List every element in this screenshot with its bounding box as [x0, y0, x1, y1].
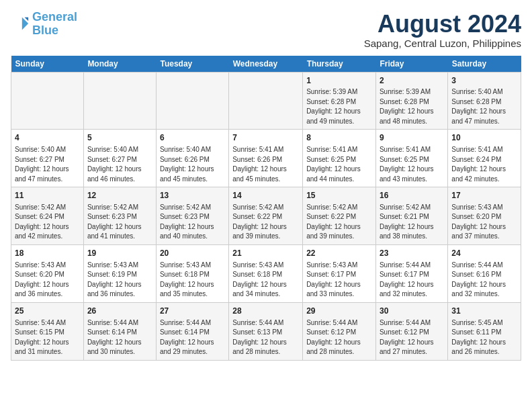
day-number: 31: [451, 306, 517, 317]
week-row-4: 18Sunrise: 5:43 AM Sunset: 6:20 PM Dayli…: [11, 244, 521, 302]
cell-content: Sunrise: 5:40 AM Sunset: 6:28 PM Dayligh…: [451, 87, 517, 126]
calendar-cell: [83, 72, 156, 130]
calendar-cell: 16Sunrise: 5:42 AM Sunset: 6:21 PM Dayli…: [375, 187, 447, 245]
header-thursday: Thursday: [303, 56, 376, 73]
day-number: 30: [380, 306, 444, 317]
calendar-header-row: SundayMondayTuesdayWednesdayThursdayFrid…: [11, 56, 521, 73]
calendar-cell: 3Sunrise: 5:40 AM Sunset: 6:28 PM Daylig…: [448, 72, 521, 130]
cell-content: Sunrise: 5:44 AM Sunset: 6:16 PM Dayligh…: [451, 261, 517, 300]
cell-content: Sunrise: 5:42 AM Sunset: 6:23 PM Dayligh…: [87, 203, 152, 242]
day-number: 8: [306, 132, 372, 144]
calendar-cell: 13Sunrise: 5:42 AM Sunset: 6:23 PM Dayli…: [156, 187, 228, 245]
day-number: 1: [306, 75, 372, 87]
calendar-cell: 8Sunrise: 5:41 AM Sunset: 6:25 PM Daylig…: [303, 130, 376, 187]
cell-content: Sunrise: 5:44 AM Sunset: 6:15 PM Dayligh…: [15, 318, 80, 357]
logo-icon: [11, 15, 30, 34]
calendar-cell: 21Sunrise: 5:43 AM Sunset: 6:18 PM Dayli…: [229, 244, 303, 302]
day-number: 4: [15, 132, 80, 144]
calendar-table: SundayMondayTuesdayWednesdayThursdayFrid…: [11, 56, 521, 361]
calendar-cell: 22Sunrise: 5:43 AM Sunset: 6:17 PM Dayli…: [303, 244, 376, 302]
calendar-cell: 23Sunrise: 5:44 AM Sunset: 6:17 PM Dayli…: [375, 244, 447, 302]
header-saturday: Saturday: [448, 56, 521, 73]
day-number: 29: [306, 306, 372, 317]
header-sunday: Sunday: [11, 56, 84, 73]
week-row-2: 4Sunrise: 5:40 AM Sunset: 6:27 PM Daylig…: [11, 130, 521, 187]
cell-content: Sunrise: 5:40 AM Sunset: 6:27 PM Dayligh…: [15, 145, 80, 184]
calendar-cell: 19Sunrise: 5:43 AM Sunset: 6:19 PM Dayli…: [83, 244, 156, 302]
cell-content: Sunrise: 5:39 AM Sunset: 6:28 PM Dayligh…: [380, 87, 444, 126]
calendar-cell: 26Sunrise: 5:44 AM Sunset: 6:14 PM Dayli…: [83, 302, 156, 360]
day-number: 6: [160, 132, 225, 144]
cell-content: Sunrise: 5:43 AM Sunset: 6:18 PM Dayligh…: [232, 261, 299, 300]
calendar-cell: [156, 72, 228, 130]
day-number: 21: [232, 248, 299, 259]
logo-text: General Blue: [32, 11, 77, 38]
calendar-cell: 30Sunrise: 5:44 AM Sunset: 6:12 PM Dayli…: [375, 302, 447, 360]
cell-content: Sunrise: 5:43 AM Sunset: 6:19 PM Dayligh…: [87, 261, 152, 300]
calendar-cell: 25Sunrise: 5:44 AM Sunset: 6:15 PM Dayli…: [11, 302, 84, 360]
calendar-cell: [11, 72, 84, 130]
calendar-cell: 17Sunrise: 5:43 AM Sunset: 6:20 PM Dayli…: [448, 187, 521, 245]
day-number: 20: [160, 248, 225, 259]
calendar-cell: 15Sunrise: 5:42 AM Sunset: 6:22 PM Dayli…: [303, 187, 376, 245]
day-number: 5: [87, 132, 152, 144]
cell-content: Sunrise: 5:41 AM Sunset: 6:25 PM Dayligh…: [380, 145, 444, 184]
cell-content: Sunrise: 5:42 AM Sunset: 6:24 PM Dayligh…: [15, 203, 80, 242]
week-row-5: 25Sunrise: 5:44 AM Sunset: 6:15 PM Dayli…: [11, 302, 521, 360]
day-number: 17: [451, 190, 517, 201]
calendar-cell: 4Sunrise: 5:40 AM Sunset: 6:27 PM Daylig…: [11, 130, 84, 187]
day-number: 19: [87, 248, 152, 259]
title-block: August 2024 Sapang, Central Luzon, Phili…: [364, 11, 521, 49]
cell-content: Sunrise: 5:42 AM Sunset: 6:22 PM Dayligh…: [306, 203, 372, 242]
cell-content: Sunrise: 5:40 AM Sunset: 6:26 PM Dayligh…: [160, 145, 225, 184]
calendar-cell: 5Sunrise: 5:40 AM Sunset: 6:27 PM Daylig…: [83, 130, 156, 187]
cell-content: Sunrise: 5:42 AM Sunset: 6:22 PM Dayligh…: [232, 203, 299, 242]
day-number: 11: [15, 190, 80, 201]
cell-content: Sunrise: 5:41 AM Sunset: 6:26 PM Dayligh…: [232, 145, 299, 184]
cell-content: Sunrise: 5:43 AM Sunset: 6:20 PM Dayligh…: [15, 261, 80, 300]
day-number: 13: [160, 190, 225, 201]
header-monday: Monday: [83, 56, 156, 73]
day-number: 23: [380, 248, 444, 259]
calendar-cell: 20Sunrise: 5:43 AM Sunset: 6:18 PM Dayli…: [156, 244, 228, 302]
cell-content: Sunrise: 5:43 AM Sunset: 6:18 PM Dayligh…: [160, 261, 225, 300]
day-number: 9: [380, 132, 444, 144]
cell-content: Sunrise: 5:44 AM Sunset: 6:14 PM Dayligh…: [87, 318, 152, 357]
day-number: 7: [232, 132, 299, 144]
day-number: 24: [451, 248, 517, 259]
cell-content: Sunrise: 5:40 AM Sunset: 6:27 PM Dayligh…: [87, 145, 152, 184]
day-number: 18: [15, 248, 80, 259]
calendar-body: 1Sunrise: 5:39 AM Sunset: 6:28 PM Daylig…: [11, 72, 521, 360]
calendar-cell: 10Sunrise: 5:41 AM Sunset: 6:24 PM Dayli…: [448, 130, 521, 187]
day-number: 15: [306, 190, 372, 201]
calendar-cell: 6Sunrise: 5:40 AM Sunset: 6:26 PM Daylig…: [156, 130, 228, 187]
day-number: 26: [87, 306, 152, 317]
cell-content: Sunrise: 5:43 AM Sunset: 6:20 PM Dayligh…: [451, 203, 517, 242]
day-number: 10: [451, 132, 517, 144]
month-year: August 2024: [364, 11, 521, 38]
day-number: 28: [232, 306, 299, 317]
calendar-cell: 27Sunrise: 5:44 AM Sunset: 6:14 PM Dayli…: [156, 302, 228, 360]
day-number: 27: [160, 306, 225, 317]
cell-content: Sunrise: 5:41 AM Sunset: 6:24 PM Dayligh…: [451, 145, 517, 184]
calendar-cell: 11Sunrise: 5:42 AM Sunset: 6:24 PM Dayli…: [11, 187, 84, 245]
cell-content: Sunrise: 5:45 AM Sunset: 6:11 PM Dayligh…: [451, 318, 517, 357]
cell-content: Sunrise: 5:44 AM Sunset: 6:13 PM Dayligh…: [232, 318, 299, 357]
day-number: 16: [380, 190, 444, 201]
day-number: 2: [380, 75, 444, 87]
cell-content: Sunrise: 5:42 AM Sunset: 6:23 PM Dayligh…: [160, 203, 225, 242]
day-number: 25: [15, 306, 80, 317]
logo: General Blue: [11, 11, 77, 38]
page-header: General Blue August 2024 Sapang, Central…: [11, 11, 521, 49]
cell-content: Sunrise: 5:39 AM Sunset: 6:28 PM Dayligh…: [306, 87, 372, 126]
day-number: 12: [87, 190, 152, 201]
calendar-cell: 14Sunrise: 5:42 AM Sunset: 6:22 PM Dayli…: [229, 187, 303, 245]
header-wednesday: Wednesday: [229, 56, 303, 73]
week-row-3: 11Sunrise: 5:42 AM Sunset: 6:24 PM Dayli…: [11, 187, 521, 245]
calendar-cell: 31Sunrise: 5:45 AM Sunset: 6:11 PM Dayli…: [448, 302, 521, 360]
week-row-1: 1Sunrise: 5:39 AM Sunset: 6:28 PM Daylig…: [11, 72, 521, 130]
calendar-cell: 1Sunrise: 5:39 AM Sunset: 6:28 PM Daylig…: [303, 72, 376, 130]
header-tuesday: Tuesday: [156, 56, 228, 73]
cell-content: Sunrise: 5:41 AM Sunset: 6:25 PM Dayligh…: [306, 145, 372, 184]
calendar-cell: 28Sunrise: 5:44 AM Sunset: 6:13 PM Dayli…: [229, 302, 303, 360]
